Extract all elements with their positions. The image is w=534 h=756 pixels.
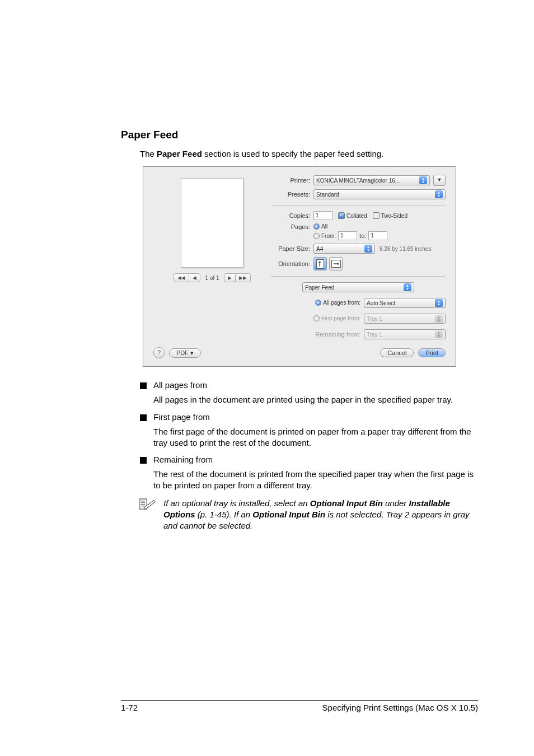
papersize-label: Paper Size: bbox=[271, 245, 313, 252]
pager-next-group[interactable]: ▶ ▶▶ bbox=[224, 273, 251, 282]
presets-popup[interactable]: Standard ▲▼ bbox=[313, 189, 446, 199]
bullet-description: All pages in the document are printed us… bbox=[153, 394, 478, 405]
presets-label: Presets: bbox=[271, 191, 313, 198]
bullet-item: First page from bbox=[140, 412, 478, 422]
checkmark-icon bbox=[338, 212, 345, 219]
running-header: Specifying Print Settings (Mac OS X 10.5… bbox=[322, 703, 478, 712]
pages-from-radio[interactable]: From: bbox=[313, 233, 336, 239]
updown-icon: ▲▼ bbox=[435, 330, 443, 338]
updown-icon: ▲▼ bbox=[364, 245, 372, 253]
portrait-page-icon bbox=[316, 259, 324, 269]
checkbox-icon bbox=[373, 212, 380, 219]
pages-to-field[interactable]: 1 bbox=[368, 231, 387, 240]
pager-next-icon: ▶ bbox=[224, 274, 236, 282]
two-sided-checkbox[interactable]: Two-Sided bbox=[373, 212, 407, 219]
bullet-title: First page from bbox=[153, 412, 210, 422]
updown-icon: ▲▼ bbox=[435, 299, 443, 307]
all-pages-from-popup[interactable]: Auto Select ▲▼ bbox=[364, 298, 446, 308]
printer-popup[interactable]: KONICA MINOLTAmagicolor 16... ▲▼ bbox=[313, 175, 430, 185]
all-pages-from-radio[interactable]: All pages from: bbox=[315, 300, 360, 306]
radio-off-icon bbox=[313, 233, 320, 239]
dialog-section-popup[interactable]: Paper Feed ▲▼ bbox=[302, 282, 414, 292]
pdf-button[interactable]: PDF ▾ bbox=[169, 348, 201, 358]
pager-prev-group[interactable]: ◀◀ ◀ bbox=[174, 273, 200, 282]
orientation-label: Orientation: bbox=[271, 260, 313, 267]
bullet-title: Remaining from bbox=[153, 455, 213, 464]
svg-rect-0 bbox=[317, 259, 324, 268]
print-dialog: ◀◀ ◀ 1 of 1 ▶ ▶▶ Printer: bbox=[143, 166, 456, 367]
pager-prev-icon: ◀ bbox=[189, 274, 200, 282]
square-bullet-icon bbox=[140, 382, 147, 389]
bullet-item: Remaining from bbox=[140, 455, 478, 464]
radio-on-icon bbox=[313, 223, 320, 230]
square-bullet-icon bbox=[140, 414, 147, 421]
printer-label: Printer: bbox=[271, 177, 313, 184]
printer-status-button[interactable]: ▼ bbox=[433, 175, 446, 186]
remaining-from-popup: Tray 1 ▲▼ bbox=[364, 329, 446, 339]
landscape-page-icon bbox=[331, 260, 341, 268]
collated-checkbox[interactable]: Collated bbox=[338, 212, 367, 219]
updown-icon: ▲▼ bbox=[404, 283, 411, 291]
first-page-from-radio[interactable]: First page from: bbox=[313, 315, 360, 321]
copies-label: Copies: bbox=[271, 212, 313, 219]
orientation-landscape-button[interactable] bbox=[329, 257, 343, 270]
radio-off-icon bbox=[313, 315, 320, 321]
pages-label: Pages: bbox=[271, 223, 313, 230]
pager-first-icon: ◀◀ bbox=[174, 274, 189, 282]
pages-all-radio[interactable]: All bbox=[313, 223, 387, 230]
help-button[interactable]: ? bbox=[153, 347, 165, 358]
bullet-description: The first page of the document is printe… bbox=[153, 426, 478, 449]
page-preview bbox=[181, 178, 243, 268]
bullet-title: All pages from bbox=[153, 380, 207, 390]
pages-to-label: to: bbox=[359, 232, 366, 239]
preview-pager: ◀◀ ◀ 1 of 1 ▶ ▶▶ bbox=[174, 273, 250, 282]
note-text: If an optional tray is installed, select… bbox=[163, 498, 478, 532]
square-bullet-icon bbox=[140, 457, 147, 464]
papersize-popup[interactable]: A4 ▲▼ bbox=[313, 244, 375, 254]
copies-field[interactable]: 1 bbox=[313, 211, 332, 220]
pager-last-icon: ▶▶ bbox=[236, 274, 250, 282]
updown-icon: ▲▼ bbox=[419, 176, 427, 184]
bullet-description: The rest of the document is printed from… bbox=[153, 469, 478, 491]
updown-icon: ▲▼ bbox=[435, 190, 443, 198]
papersize-dimensions: 8.26 by 11.69 inches bbox=[380, 246, 431, 252]
section-heading: Paper Feed bbox=[121, 129, 478, 141]
remaining-from-label: Remaining from: bbox=[271, 331, 364, 338]
note-icon bbox=[139, 498, 157, 532]
pages-from-field[interactable]: 1 bbox=[338, 231, 357, 240]
print-button[interactable]: Print bbox=[418, 348, 446, 357]
page-number: 1-72 bbox=[121, 703, 138, 712]
first-page-from-popup: Tray 1 ▲▼ bbox=[364, 314, 446, 324]
updown-icon: ▲▼ bbox=[435, 315, 443, 323]
cancel-button[interactable]: Cancel bbox=[380, 348, 414, 357]
pager-indicator: 1 of 1 bbox=[205, 275, 219, 281]
orientation-portrait-button[interactable] bbox=[313, 257, 327, 270]
intro-paragraph: The Paper Feed section is used to specif… bbox=[140, 149, 478, 158]
bullet-item: All pages from bbox=[140, 380, 478, 390]
radio-on-icon bbox=[315, 300, 321, 306]
